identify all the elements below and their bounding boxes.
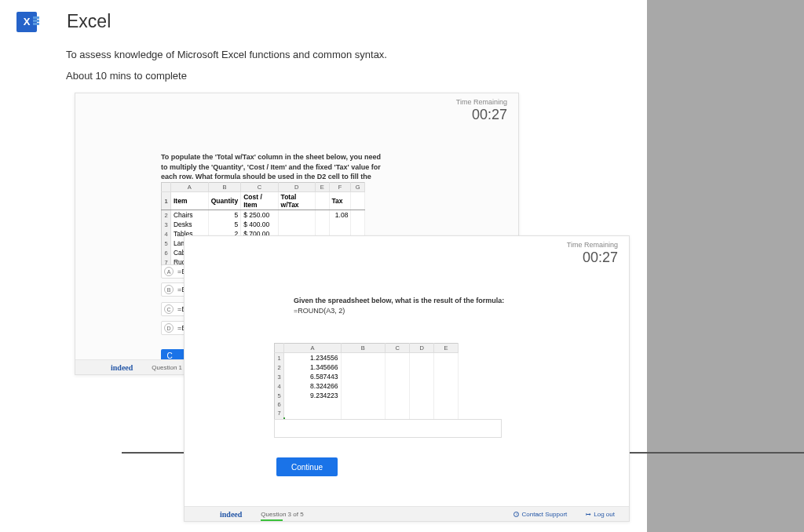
duration: About 10 mins to complete [66, 70, 187, 82]
table-row: 6 [275, 400, 459, 409]
svg-rect-1 [33, 20, 39, 22]
table-row: 11.234556 [275, 353, 459, 363]
question-counter: Question 3 of 5 [261, 511, 303, 518]
table-row: 2Chairs5$ 250.001.08 [162, 210, 365, 220]
option-letter: B [164, 285, 174, 294]
question-text: Given the spreadsheet below, what is the… [294, 296, 513, 306]
answer-input[interactable] [274, 419, 502, 438]
table-row: 3Desks5$ 400.00 [162, 220, 365, 229]
indeed-logo: indeed [111, 363, 133, 372]
svg-rect-2 [33, 23, 39, 25]
info-icon: i [513, 512, 519, 517]
table-row: 36.587443 [275, 372, 459, 381]
table-row: 48.324266 [275, 381, 459, 391]
column-header-row: A B C D E F G [162, 183, 365, 192]
assessment-card-2: Time Remaining 00:27 Given the spreadshe… [184, 235, 630, 522]
card-footer: indeed Question 3 of 5 i Contact Support… [185, 506, 629, 521]
subtitle: To assess knowledge of Microsoft Excel f… [66, 49, 387, 60]
indeed-logo: indeed [220, 510, 242, 519]
time-remaining-label: Time Remaining [456, 98, 507, 106]
page-header: X Excel [16, 11, 111, 32]
column-header-row: A B C D E [275, 344, 459, 353]
time-remaining-value: 00:27 [583, 250, 618, 266]
continue-button[interactable]: Continue [276, 457, 338, 476]
header-row: 1 Item Quantity Cost / Item Total w/Tax … [162, 192, 365, 210]
excel-icon-text: X [24, 16, 31, 27]
contact-support-link[interactable]: i Contact Support [513, 511, 567, 518]
time-remaining-value: 00:27 [472, 107, 507, 123]
formula-text: =ROUND(A3, 2) [294, 307, 345, 315]
option-letter: D [164, 323, 174, 333]
svg-rect-0 [33, 16, 39, 19]
spreadsheet-table: A B C D E 11.234556 21.345666 36.587443 … [274, 343, 459, 427]
option-letter: C [164, 304, 174, 314]
logout-icon: ↦ [586, 511, 591, 518]
page-title: Excel [67, 11, 111, 32]
logout-link[interactable]: ↦ Log out [586, 511, 615, 518]
table-row: 21.345666 [275, 363, 459, 372]
table-row: 7 [275, 409, 459, 417]
progress-bar [261, 519, 283, 521]
time-remaining-label: Time Remaining [567, 241, 618, 249]
option-letter: A [164, 267, 174, 276]
excel-icon: X [16, 12, 37, 32]
table-row: 59.234223 [275, 391, 459, 400]
